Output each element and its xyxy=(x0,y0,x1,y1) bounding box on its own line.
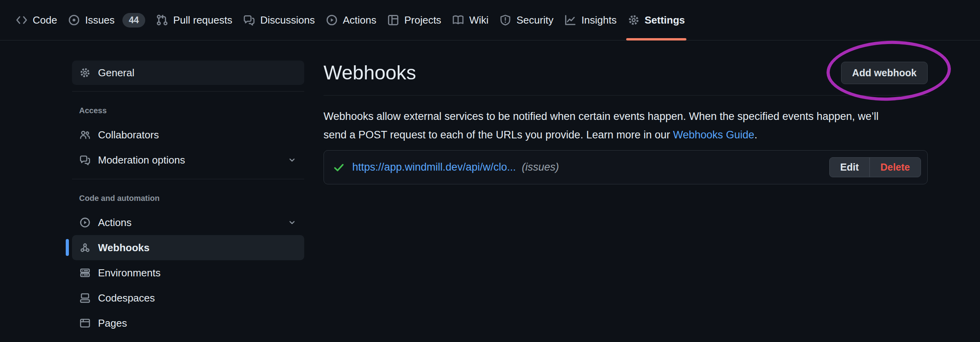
nav-tab-actions[interactable]: Actions xyxy=(320,0,382,40)
add-webhook-button[interactable]: Add webhook xyxy=(841,62,928,84)
sidebar-item-label: General xyxy=(98,67,135,79)
sidebar-item-label: Actions xyxy=(98,217,131,229)
sidebar-item-label: Webhooks xyxy=(98,242,150,254)
sidebar-divider xyxy=(72,91,304,92)
security-shield-icon xyxy=(499,14,511,26)
insights-graph-icon xyxy=(564,14,576,26)
sidebar-item-environments[interactable]: Environments xyxy=(72,260,304,285)
nav-tab-label: Wiki xyxy=(469,14,488,26)
wiki-book-icon xyxy=(452,14,464,26)
settings-gear-icon xyxy=(628,14,640,26)
webhook-actions-group: Edit Delete xyxy=(829,157,921,177)
webhooks-guide-link[interactable]: Webhooks Guide xyxy=(673,129,754,141)
sidebar-item-collaborators[interactable]: Collaborators xyxy=(72,122,304,147)
projects-table-icon xyxy=(387,14,399,26)
nav-tab-code[interactable]: Code xyxy=(10,0,63,40)
description-text: send a POST request to each of the URLs … xyxy=(324,129,673,141)
webhooks-panel: Webhooks Add webhook Webhooks allow exte… xyxy=(324,61,928,184)
play-icon xyxy=(79,217,91,228)
webhook-events-label: (issues) xyxy=(522,161,559,173)
sidebar-item-moderation-options[interactable]: Moderation options xyxy=(72,147,304,173)
sidebar-item-webhooks[interactable]: Webhooks xyxy=(72,235,304,260)
description-period: . xyxy=(754,129,758,141)
nav-tab-wiki[interactable]: Wiki xyxy=(447,0,494,40)
actions-play-icon xyxy=(326,14,338,26)
pull-request-icon xyxy=(156,14,168,26)
chevron-down-icon xyxy=(288,156,296,164)
sidebar-item-actions[interactable]: Actions xyxy=(72,210,304,235)
discussions-icon xyxy=(243,14,255,26)
chevron-down-icon xyxy=(288,218,296,227)
page-title: Webhooks xyxy=(324,61,416,85)
nav-tab-pull-requests[interactable]: Pull requests xyxy=(151,0,238,40)
sidebar-item-label: Moderation options xyxy=(98,154,185,166)
code-icon xyxy=(16,14,28,26)
nav-tab-discussions[interactable]: Discussions xyxy=(238,0,320,40)
sidebar-item-label: Collaborators xyxy=(98,129,159,141)
nav-tab-projects[interactable]: Projects xyxy=(382,0,447,40)
nav-tab-settings[interactable]: Settings xyxy=(622,0,691,40)
sidebar-item-general[interactable]: General xyxy=(72,61,304,85)
nav-tab-security[interactable]: Security xyxy=(494,0,559,40)
webhook-url-link[interactable]: https://app.windmill.dev/api/w/clo... xyxy=(352,161,516,173)
nav-tab-label: Code xyxy=(33,14,57,26)
issues-count-badge: 44 xyxy=(122,13,145,28)
subhead: Webhooks Add webhook xyxy=(324,61,928,96)
settings-sidebar: General Access Collaborators Moderation … xyxy=(72,61,304,336)
comment-discussion-icon xyxy=(79,154,91,165)
nav-tab-insights[interactable]: Insights xyxy=(559,0,622,40)
nav-tab-label: Settings xyxy=(645,14,685,26)
webhook-icon xyxy=(79,242,91,253)
nav-tab-label: Actions xyxy=(343,14,376,26)
sidebar-code-automation-list: Actions Webhooks Environments Codespaces xyxy=(72,210,304,336)
description-line-1: Webhooks allow external services to be n… xyxy=(324,107,928,126)
people-icon xyxy=(79,129,91,140)
sidebar-section-code-automation: Code and automation xyxy=(72,193,304,203)
sidebar-item-codespaces[interactable]: Codespaces xyxy=(72,285,304,311)
edit-webhook-button[interactable]: Edit xyxy=(830,158,869,177)
active-indicator xyxy=(66,239,69,256)
description-line-2: send a POST request to each of the URLs … xyxy=(324,126,928,144)
sidebar-item-pages[interactable]: Pages xyxy=(72,311,304,336)
sidebar-access-list: Collaborators Moderation options xyxy=(72,122,304,173)
gear-icon xyxy=(79,67,91,78)
sidebar-item-label: Pages xyxy=(98,317,127,329)
nav-tab-label: Issues xyxy=(85,14,115,26)
nav-tab-label: Insights xyxy=(581,14,617,26)
sidebar-divider xyxy=(72,179,304,179)
check-icon xyxy=(333,162,345,173)
sidebar-item-label: Environments xyxy=(98,267,161,279)
sidebar-section-access: Access xyxy=(72,105,304,116)
delete-webhook-button[interactable]: Delete xyxy=(869,158,921,177)
issue-circle-dot-icon xyxy=(68,14,80,26)
nav-tab-label: Discussions xyxy=(260,14,315,26)
nav-tab-label: Security xyxy=(516,14,553,26)
sidebar-item-label: Codespaces xyxy=(98,292,155,304)
browser-icon xyxy=(79,318,91,329)
webhooks-description: Webhooks allow external services to be n… xyxy=(324,107,928,144)
webhook-list-item: https://app.windmill.dev/api/w/clo... (i… xyxy=(324,150,928,184)
codespaces-icon xyxy=(79,292,91,303)
nav-tab-label: Projects xyxy=(404,14,441,26)
repo-tab-bar: Code Issues 44 Pull requests Discussions… xyxy=(0,0,980,40)
nav-tab-issues[interactable]: Issues 44 xyxy=(63,0,151,40)
nav-tab-label: Pull requests xyxy=(173,14,232,26)
server-icon xyxy=(79,267,91,278)
